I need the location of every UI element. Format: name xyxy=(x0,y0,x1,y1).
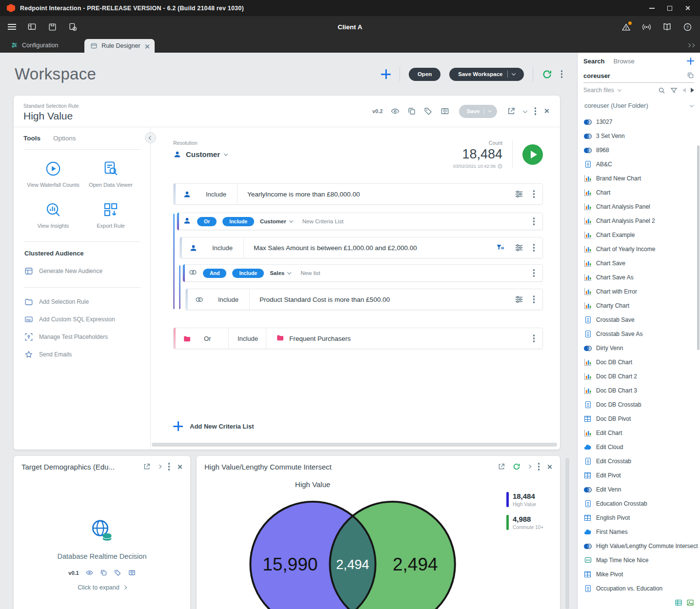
generate-new-audience-button[interactable]: Generate New Audience xyxy=(24,264,140,278)
add-file-button[interactable] xyxy=(687,58,694,65)
recent-files-icon[interactable] xyxy=(68,22,78,32)
help-icon[interactable]: ? xyxy=(682,22,692,32)
workspaces-icon[interactable] xyxy=(27,22,37,32)
file-list-item[interactable]: Chart Analysis Panel xyxy=(578,199,700,214)
data-dictionary-icon[interactable] xyxy=(128,569,136,576)
sliders-icon[interactable] xyxy=(515,243,523,252)
criteria-operator[interactable]: Include xyxy=(212,296,249,303)
criteria-row[interactable]: Include Product Standard Cost is more th… xyxy=(185,289,543,310)
add-selection-rule-button[interactable]: Add Selection Rule xyxy=(24,295,140,309)
duplicate-icon[interactable] xyxy=(407,107,416,116)
open-in-new-icon[interactable] xyxy=(498,463,505,471)
file-list-item[interactable]: AB&C xyxy=(578,157,700,171)
sliders-icon[interactable] xyxy=(515,295,523,304)
add-new-criteria-list-button[interactable]: Add New Criteria List xyxy=(173,421,254,431)
view-insights-button[interactable]: View Insights xyxy=(24,201,82,230)
tab-browse[interactable]: Browse xyxy=(613,58,634,65)
criteria-join[interactable]: Or xyxy=(200,335,228,342)
file-list-item[interactable]: Chart of Yearly Income xyxy=(578,242,700,256)
file-list-item[interactable]: High Value/Lengthy Commute Intersect xyxy=(578,539,700,553)
criteria-row[interactable]: Or Include Frequent Purchasers xyxy=(173,328,543,349)
close-card-icon[interactable] xyxy=(547,464,552,470)
preview-icon[interactable] xyxy=(86,569,93,576)
file-list-item[interactable]: Doc DB Crosstab xyxy=(578,397,700,412)
criteria-text[interactable]: YearlyIncome is more than £80,000.00 xyxy=(238,191,515,198)
file-list-item[interactable]: Edit Pivot xyxy=(578,468,700,482)
filter-icon[interactable] xyxy=(670,87,678,94)
file-list-item[interactable]: English Pivot xyxy=(578,511,700,525)
file-list-item[interactable]: Chart Example xyxy=(578,228,700,242)
close-card-icon[interactable] xyxy=(177,464,182,470)
criteria-operator[interactable]: Include xyxy=(229,335,266,342)
criteria-row[interactable]: Include YearlyIncome is more than £80,00… xyxy=(173,183,543,205)
preview-icon[interactable] xyxy=(391,107,400,116)
criteria-operator[interactable]: Include xyxy=(206,244,243,252)
file-list-item[interactable]: Dirty Venn xyxy=(578,341,700,355)
collapse-panel-button[interactable] xyxy=(145,132,156,143)
row-menu-icon[interactable] xyxy=(533,193,535,195)
export-rule-button[interactable]: Export Rule xyxy=(82,201,140,230)
criteria-operator[interactable]: Include xyxy=(200,191,237,198)
file-list-item[interactable]: Doc DB Chart 2 xyxy=(578,369,700,383)
row-menu-icon[interactable] xyxy=(533,337,535,339)
book-icon[interactable] xyxy=(662,22,672,32)
sidebar-scrollbar[interactable] xyxy=(697,101,700,604)
data-dictionary-icon[interactable] xyxy=(440,107,449,116)
group-menu-icon[interactable] xyxy=(533,220,535,222)
join-toggle[interactable]: And xyxy=(203,269,226,278)
close-rule-icon[interactable] xyxy=(544,108,550,115)
file-list-item[interactable]: First Names xyxy=(578,525,700,539)
criteria-group-header[interactable]: Or Include Customer New Criteria List xyxy=(177,213,543,230)
file-list-item[interactable]: Edit Venn xyxy=(578,482,700,496)
card-menu-icon[interactable] xyxy=(168,466,170,468)
file-list-item[interactable]: Map Time Nice Nice xyxy=(578,553,700,567)
file-list-item[interactable]: 8968 xyxy=(578,143,700,157)
search-icon[interactable] xyxy=(658,87,665,94)
view-waterfall-counts-button[interactable]: View Waterfall Counts xyxy=(24,160,82,189)
filter-forward-icon[interactable] xyxy=(496,243,505,252)
file-list-item[interactable]: Chart Save xyxy=(578,256,700,270)
run-count-button[interactable] xyxy=(522,144,543,165)
next-icon[interactable] xyxy=(527,465,531,469)
tab-rule-designer[interactable]: Rule Designer xyxy=(84,39,154,53)
group-name[interactable]: New Criteria List xyxy=(302,218,343,224)
chevron-down-icon[interactable] xyxy=(690,103,694,107)
criteria-row[interactable]: Include Max Sales Amount is between £1,0… xyxy=(180,237,543,258)
file-list-item[interactable]: 13027 xyxy=(578,115,700,129)
open-in-new-icon[interactable] xyxy=(507,107,516,116)
copy-search-icon[interactable] xyxy=(687,72,694,80)
group-menu-icon[interactable] xyxy=(533,272,535,274)
file-list-item[interactable]: Doc DB Chart xyxy=(578,355,700,369)
file-list-item[interactable]: Mike Pivot xyxy=(578,567,700,581)
broadcast-icon[interactable] xyxy=(641,22,651,32)
refresh-icon[interactable] xyxy=(542,69,552,79)
rule-menu-icon[interactable] xyxy=(535,110,537,112)
criteria-text[interactable]: Frequent Purchasers xyxy=(266,334,533,343)
criteria-text[interactable]: Max Sales Amount is between £1,000.00 an… xyxy=(244,244,496,252)
vertical-scrollbar[interactable] xyxy=(565,458,569,609)
chevron-down-icon[interactable] xyxy=(617,87,621,91)
click-to-expand-link[interactable]: Click to expand xyxy=(78,584,126,591)
more-tabs-icon[interactable] xyxy=(687,38,700,53)
send-emails-button[interactable]: Send Emails xyxy=(24,347,140,362)
search-scope-dropdown[interactable]: Search files xyxy=(583,87,614,94)
file-list-item[interactable]: Chart Save As xyxy=(578,270,700,284)
open-data-viewer-button[interactable]: Open Data Viewer xyxy=(82,160,140,189)
info-icon[interactable] xyxy=(498,164,502,169)
collapse-card-icon[interactable] xyxy=(522,108,527,113)
maximize-icon[interactable] xyxy=(667,6,672,11)
file-list-item[interactable]: 3 Set Venn xyxy=(578,129,700,143)
save-rule-button[interactable]: Save xyxy=(459,105,497,118)
table-view-icon[interactable] xyxy=(675,599,682,607)
include-toggle[interactable]: Include xyxy=(232,269,264,278)
file-list-item[interactable]: Brand New Chart xyxy=(578,171,700,185)
duplicate-icon[interactable] xyxy=(100,569,107,576)
group-entity-dropdown[interactable]: Customer xyxy=(260,218,293,224)
join-toggle[interactable]: Or xyxy=(197,217,217,226)
save-layout-icon[interactable] xyxy=(47,22,57,32)
folder-header[interactable]: coreuser (User Folder) xyxy=(578,98,700,114)
search-input[interactable]: coreuser xyxy=(583,69,694,83)
group-entity-dropdown[interactable]: Sales xyxy=(270,270,291,276)
card-menu-icon[interactable] xyxy=(538,466,540,468)
previous-icon[interactable] xyxy=(682,88,686,93)
